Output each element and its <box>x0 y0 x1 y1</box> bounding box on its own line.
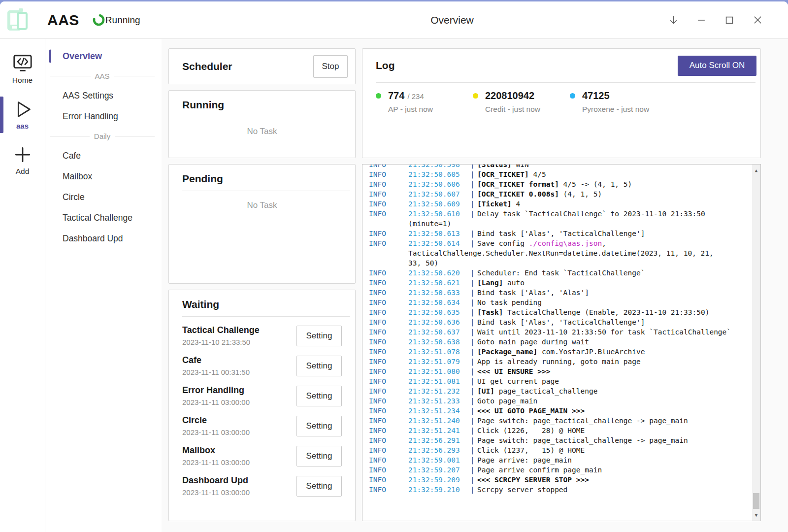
log-level: INFO <box>369 209 408 219</box>
close-button[interactable] <box>752 14 763 26</box>
arrow-down-icon <box>668 14 679 26</box>
waiting-item-error-handling: Error Handling2023-11-11 03:00:00Setting <box>182 381 342 411</box>
log-separator: | <box>467 357 477 366</box>
task-name: Error Handling <box>182 385 250 396</box>
app-logo-icon <box>5 6 33 34</box>
scrollbar-thumb[interactable] <box>753 493 759 509</box>
log-timestamp: 21:32:51.080 <box>408 366 467 376</box>
log-message: [Lang] auto <box>477 278 525 288</box>
waiting-item-info: Tactical Challenge2023-11-10 21:33:50 <box>182 325 260 346</box>
log-line: INFO21:32:56.291|Page switch: page_tacti… <box>369 435 749 445</box>
stat-label: AP - just now <box>388 105 433 114</box>
log-line: INFO21:32:51.234|<<< UI GOTO PAGE_MAIN >… <box>369 406 749 416</box>
waiting-title: Waiting <box>182 299 219 310</box>
pyroxene-dot-icon <box>570 93 575 99</box>
sidebar-item-add[interactable]: Add <box>0 140 45 181</box>
log-message: Bind task ['Alas', 'Alas'] <box>477 288 589 298</box>
log-message: [Package_name] com.YostarJP.BlueArchive <box>477 347 645 357</box>
sidebar-item-aas[interactable]: aas <box>0 95 45 135</box>
task-next-run-time: 2023-11-11 03:00:00 <box>182 428 250 436</box>
log-timestamp: 21:32:50.638 <box>408 337 467 347</box>
nav-item-label: Mailbox <box>63 171 92 182</box>
log-separator: | <box>467 337 477 347</box>
setting-button-error-handling[interactable]: Setting <box>296 386 342 406</box>
nav-item-circle[interactable]: Circle <box>45 187 162 207</box>
log-line: INFO21:32:51.079|App is already running,… <box>369 357 749 366</box>
setting-button-tactical-challenge[interactable]: Setting <box>296 326 342 346</box>
nav-item-label: Circle <box>63 192 85 202</box>
log-separator: | <box>467 455 477 465</box>
stat-text: 47125Pyroxene - just now <box>582 90 649 114</box>
log-timestamp: 21:32:51.233 <box>408 396 467 406</box>
log-timestamp: 21:32:50.609 <box>408 199 467 209</box>
log-separator: | <box>467 164 477 169</box>
nav-item-error-handling[interactable]: Error Handling <box>45 106 162 127</box>
log-line: INFO21:32:51.232|[UI] page_tactical_chal… <box>369 386 749 396</box>
log-scrollbar[interactable]: ▲ ▼ <box>752 165 760 521</box>
maximize-button[interactable] <box>723 14 735 26</box>
log-line: INFO21:32:59.207|Page arrive confirm pag… <box>369 465 749 475</box>
log-separator: | <box>467 485 477 495</box>
hide-to-tray-button[interactable] <box>667 14 679 26</box>
log-timestamp: 21:32:50.633 <box>408 288 467 298</box>
log-line: (minute=1) <box>369 219 749 229</box>
log-line: INFO21:32:51.233|Goto page_main <box>369 396 749 406</box>
log-timestamp: 21:32:51.079 <box>408 357 467 366</box>
nav-item-dashboard-upd[interactable]: Dashboard Upd <box>45 228 162 249</box>
auto-scroll-toggle-button[interactable]: Auto Scroll ON <box>678 56 756 76</box>
log-line: INFO21:32:50.598|[Status] WIN <box>369 164 749 169</box>
stop-button[interactable]: Stop <box>313 55 348 78</box>
nav-section-divider-aas: AAS <box>45 66 162 85</box>
log-timestamp: 21:32:51.241 <box>408 426 467 435</box>
log-line: INFO21:32:59.210|Scrcpy server stopped <box>369 485 749 495</box>
scroll-down-icon[interactable]: ▼ <box>752 511 760 519</box>
log-line: INFO21:32:51.080|<<< UI ENSURE >>> <box>369 366 749 376</box>
task-next-run-time: 2023-11-10 21:33:50 <box>182 338 260 346</box>
nav-section-label: Daily <box>94 132 110 140</box>
log-message: [UI] page_tactical_challenge <box>477 386 597 396</box>
nav-item-mailbox[interactable]: Mailbox <box>45 166 162 187</box>
log-level: INFO <box>369 406 408 416</box>
log-level: INFO <box>369 347 408 357</box>
nav-item-label: AAS Settings <box>63 91 113 101</box>
log-output[interactable]: INFO21:32:50.598|[Status] WININFO21:32:5… <box>362 164 761 521</box>
pending-title: Pending <box>182 173 223 184</box>
log-level: INFO <box>369 455 408 465</box>
nav-item-cafe[interactable]: Cafe <box>45 145 162 166</box>
log-message: Page arrive: page_main <box>477 455 572 465</box>
log-message: No task pending <box>477 298 542 307</box>
stat-label: Credit - just now <box>485 105 540 114</box>
waiting-item-circle: Circle2023-11-11 03:00:00Setting <box>182 411 342 441</box>
scroll-up-icon[interactable]: ▲ <box>752 166 760 174</box>
nav-item-overview[interactable]: Overview <box>45 46 162 66</box>
setting-button-mailbox[interactable]: Setting <box>296 446 342 466</box>
log-message: Click (1226, 28) @ HOME <box>477 426 585 435</box>
log-timestamp: 21:32:50.614 <box>408 238 467 248</box>
log-message: [Status] WIN <box>477 164 529 169</box>
log-indent <box>369 258 408 268</box>
setting-button-cafe[interactable]: Setting <box>296 356 342 376</box>
log-line: INFO21:32:50.614|Save config ./config\aa… <box>369 238 749 248</box>
waiting-panel: Waiting Tactical Challenge2023-11-10 21:… <box>168 290 356 521</box>
log-line: INFO21:32:50.637|Wait until 2023-11-10 2… <box>369 327 749 337</box>
nav-item-tactical-challenge[interactable]: Tactical Challenge <box>45 207 162 228</box>
stat-text: 774/ 234AP - just now <box>388 90 433 114</box>
running-spinner-icon <box>92 13 105 27</box>
setting-button-circle[interactable]: Setting <box>296 416 342 436</box>
log-level: INFO <box>369 307 408 317</box>
minimize-button[interactable] <box>695 14 707 26</box>
log-message: Goto page_main <box>477 396 537 406</box>
nav-item-aas-settings[interactable]: AAS Settings <box>45 85 162 106</box>
sidebar-item-label: Home <box>12 76 33 85</box>
log-timestamp: 21:32:59.001 <box>408 455 467 465</box>
nav-item-label: Dashboard Upd <box>63 233 123 244</box>
log-separator: | <box>467 278 477 288</box>
minimize-icon <box>696 15 707 26</box>
task-name: Circle <box>182 415 250 426</box>
setting-button-dashboard-upd[interactable]: Setting <box>296 476 342 497</box>
log-level: INFO <box>369 189 408 199</box>
sidebar-item-home[interactable]: Home <box>0 49 45 90</box>
log-separator: | <box>467 406 477 416</box>
log-timestamp: 21:32:51.232 <box>408 386 467 396</box>
divider-line <box>50 76 91 76</box>
